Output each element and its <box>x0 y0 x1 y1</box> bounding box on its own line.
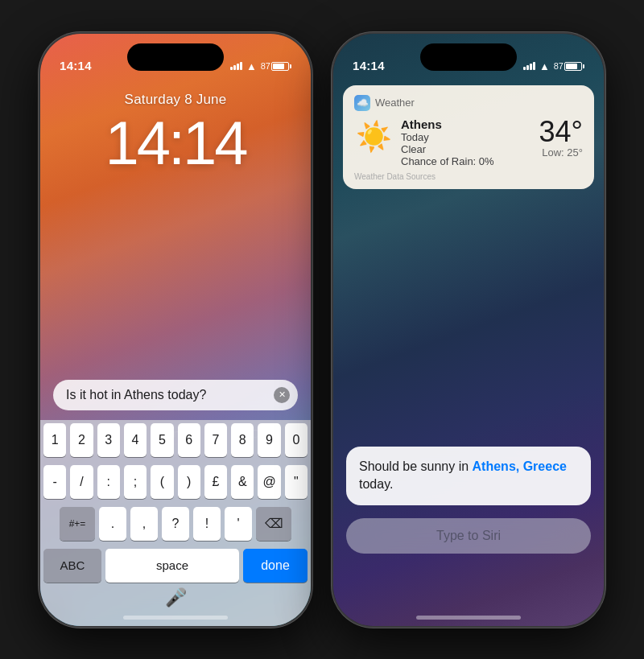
weather-temp: 34° Low: 25° <box>539 117 583 159</box>
kb-row-numbers: 1 2 3 4 5 6 7 8 9 0 <box>43 423 308 457</box>
weather-sun-icon: ☀️ <box>354 117 393 156</box>
kb-key-quote[interactable]: " <box>285 465 308 499</box>
left-phone: 14:14 ▲ 87 Saturday 8 June 14:14 Is it h… <box>39 32 312 628</box>
dynamic-island-left <box>127 43 224 71</box>
siri-response-highlight: Athens, Greece <box>473 459 567 473</box>
kb-key-5[interactable]: 5 <box>151 423 173 457</box>
status-time-right: 14:14 <box>353 59 385 72</box>
kb-key-backspace[interactable]: ⌫ <box>256 507 291 541</box>
weather-temp-low: Low: 25° <box>539 146 583 159</box>
weather-details: Athens Today Clear Chance of Rain: 0% <box>401 117 539 167</box>
lock-time: 14:14 <box>40 108 311 178</box>
weather-temp-main: 34° <box>539 117 583 146</box>
siri-response-bubble: Should be sunny in Athens, Greece today. <box>346 447 591 505</box>
home-indicator-right <box>416 616 521 620</box>
weather-city: Athens <box>401 117 539 131</box>
kb-row-bottom: ABC space done <box>43 549 308 583</box>
siri-input-text: Is it hot in Athens today? <box>66 388 266 402</box>
kb-key-semicolon[interactable]: ; <box>124 465 147 499</box>
battery-icon-right: 87 <box>554 61 584 71</box>
kb-key-9[interactable]: 9 <box>258 423 280 457</box>
status-time-left: 14:14 <box>60 59 92 72</box>
kb-key-apostrophe[interactable]: ' <box>225 507 252 541</box>
kb-key-ampersand[interactable]: & <box>231 465 254 499</box>
kb-space-button[interactable]: space <box>105 549 239 583</box>
weather-card-body: ☀️ Athens Today Clear Chance of Rain: 0%… <box>354 117 583 167</box>
weather-app-name: Weather <box>375 97 415 109</box>
mic-icon[interactable]: 🎤 <box>165 587 187 608</box>
lock-date: Saturday 8 June <box>40 92 311 108</box>
weather-app-icon: ☁️ <box>354 95 370 111</box>
right-phone: 14:14 ▲ 87 ☁️ Weather <box>332 32 605 628</box>
kb-mic-area: 🎤 <box>43 587 308 608</box>
weather-card: ☁️ Weather ☀️ Athens Today Clear Chance … <box>343 85 594 189</box>
weather-cloud-icon: ☁️ <box>357 97 369 109</box>
kb-key-4[interactable]: 4 <box>124 423 147 457</box>
battery-icon-left: 87 <box>261 61 291 71</box>
siri-response-plain-end: today. <box>359 477 393 491</box>
type-to-siri-label: Type to Siri <box>436 529 501 543</box>
kb-row-misc: #+= . , ? ! ' ⌫ <box>43 507 308 541</box>
kb-key-question[interactable]: ? <box>162 507 189 541</box>
kb-done-button[interactable]: done <box>243 549 308 583</box>
kb-key-8[interactable]: 8 <box>231 423 254 457</box>
kb-key-dash[interactable]: - <box>43 465 66 499</box>
kb-key-comma[interactable]: , <box>130 507 158 541</box>
kb-key-at[interactable]: @ <box>258 465 280 499</box>
kb-key-3[interactable]: 3 <box>97 423 120 457</box>
kb-key-2[interactable]: 2 <box>70 423 93 457</box>
signal-icon-left <box>230 62 242 70</box>
kb-key-exclaim[interactable]: ! <box>193 507 221 541</box>
weather-card-header: ☁️ Weather <box>354 95 583 111</box>
signal-icon-right <box>523 62 535 70</box>
kb-key-7[interactable]: 7 <box>204 423 227 457</box>
weather-day: Today <box>401 131 539 143</box>
kb-key-0[interactable]: 0 <box>285 423 308 457</box>
siri-response-text: Should be sunny in Athens, Greece today. <box>359 458 578 494</box>
weather-source: Weather Data Sources <box>354 172 583 181</box>
wifi-icon-left: ▲ <box>246 60 257 72</box>
type-to-siri-button[interactable]: Type to Siri <box>346 518 591 554</box>
keyboard: 1 2 3 4 5 6 7 8 9 0 - / : ; ( ) £ & @ " … <box>40 420 311 626</box>
kb-key-open-paren[interactable]: ( <box>151 465 173 499</box>
kb-key-hashtag[interactable]: #+= <box>60 507 95 541</box>
status-icons-left: ▲ 87 <box>230 60 291 72</box>
weather-rain: Chance of Rain: 0% <box>401 155 539 167</box>
status-icons-right: ▲ 87 <box>523 60 584 72</box>
kb-key-period[interactable]: . <box>99 507 126 541</box>
siri-clear-button[interactable]: ✕ <box>274 387 290 403</box>
kb-key-colon[interactable]: : <box>97 465 120 499</box>
weather-condition: Clear <box>401 143 539 155</box>
dynamic-island-right <box>420 43 517 71</box>
home-indicator-left <box>123 616 228 620</box>
kb-row-symbols: - / : ; ( ) £ & @ " <box>43 465 308 499</box>
kb-key-pound[interactable]: £ <box>204 465 227 499</box>
wifi-icon-right: ▲ <box>539 60 550 72</box>
kb-abc-button[interactable]: ABC <box>43 549 101 583</box>
kb-key-close-paren[interactable]: ) <box>178 465 200 499</box>
kb-key-6[interactable]: 6 <box>178 423 200 457</box>
kb-key-1[interactable]: 1 <box>43 423 66 457</box>
kb-key-slash[interactable]: / <box>70 465 93 499</box>
siri-response-plain-start: Should be sunny in <box>359 459 473 473</box>
siri-input-field[interactable]: Is it hot in Athens today? ✕ <box>53 380 298 410</box>
